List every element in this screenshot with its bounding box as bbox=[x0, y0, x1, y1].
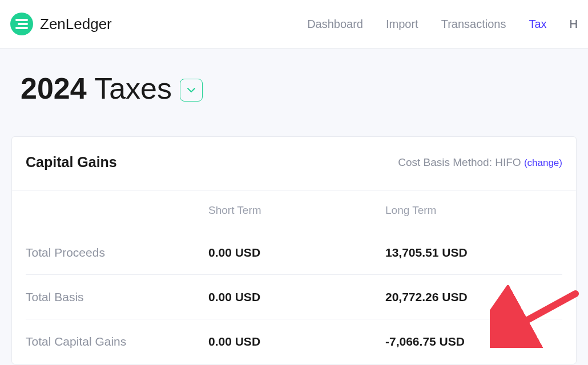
basis-long: 20,772.26 USD bbox=[385, 290, 562, 304]
col-short-term: Short Term bbox=[208, 204, 385, 217]
col-long-term: Long Term bbox=[385, 204, 562, 217]
table-row: Total Capital Gains 0.00 USD -7,066.75 U… bbox=[26, 319, 562, 364]
main-nav: Dashboard Import Transactions Tax H bbox=[307, 18, 578, 31]
chevron-down-icon bbox=[187, 88, 195, 92]
nav-import[interactable]: Import bbox=[386, 18, 418, 31]
gains-table: Short Term Long Term Total Proceeds 0.00… bbox=[12, 190, 576, 364]
row-label-capital-gains: Total Capital Gains bbox=[26, 335, 208, 348]
change-cost-basis-link[interactable]: (change) bbox=[524, 157, 562, 168]
cost-basis-method: Cost Basis Method: HIFO (change) bbox=[398, 156, 562, 169]
row-label-proceeds: Total Proceeds bbox=[26, 246, 208, 259]
card-header: Capital Gains Cost Basis Method: HIFO (c… bbox=[12, 137, 576, 190]
row-label-basis: Total Basis bbox=[26, 290, 208, 304]
table-row: Total Proceeds 0.00 USD 13,705.51 USD bbox=[26, 230, 562, 275]
card-title: Capital Gains bbox=[26, 154, 117, 171]
nav-partial[interactable]: H bbox=[570, 18, 578, 31]
nav-tax[interactable]: Tax bbox=[529, 18, 546, 31]
table-header-row: Short Term Long Term bbox=[26, 190, 562, 230]
brand-name: ZenLedger bbox=[40, 15, 112, 33]
proceeds-long: 13,705.51 USD bbox=[385, 246, 562, 259]
year-dropdown-button[interactable] bbox=[180, 79, 203, 102]
nav-transactions[interactable]: Transactions bbox=[441, 18, 506, 31]
page-title-row: 2024 Taxes bbox=[10, 71, 578, 106]
cost-basis-value: HIFO bbox=[495, 156, 521, 168]
basis-short: 0.00 USD bbox=[208, 290, 385, 304]
capital-gains-card: Capital Gains Cost Basis Method: HIFO (c… bbox=[11, 136, 577, 364]
page-title: 2024 Taxes bbox=[21, 71, 172, 106]
table-row: Total Basis 0.00 USD 20,772.26 USD bbox=[26, 275, 562, 319]
top-header: ZenLedger Dashboard Import Transactions … bbox=[0, 0, 588, 48]
cost-basis-label: Cost Basis Method: bbox=[398, 156, 495, 168]
logo-icon bbox=[10, 13, 33, 35]
proceeds-short: 0.00 USD bbox=[208, 246, 385, 259]
brand-logo[interactable]: ZenLedger bbox=[10, 13, 112, 35]
nav-dashboard[interactable]: Dashboard bbox=[307, 18, 363, 31]
title-suffix: Taxes bbox=[87, 72, 172, 105]
tax-year: 2024 bbox=[21, 72, 87, 105]
gains-long: -7,066.75 USD bbox=[385, 335, 562, 348]
page-content: 2024 Taxes Capital Gains Cost Basis Meth… bbox=[0, 48, 588, 364]
gains-short: 0.00 USD bbox=[208, 335, 385, 348]
